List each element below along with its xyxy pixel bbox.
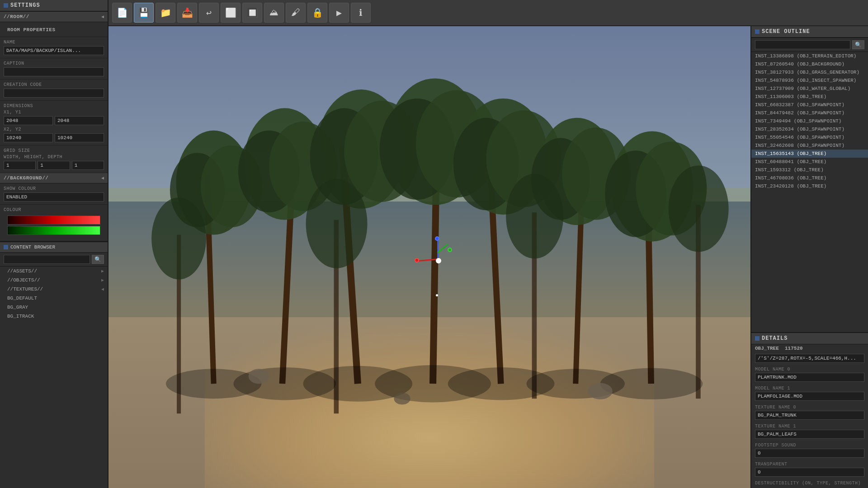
new-file-button[interactable]: 📄 — [112, 3, 132, 23]
content-browser-filter-input[interactable] — [4, 255, 90, 264]
toolbar: 📄 💾 📁 📥 ↩ ⬜ 🔲 ⛰ 🖌 🔒 ▶ ℹ — [108, 0, 868, 26]
details-panel: OBJ_TREE 117520 MODEL NAME 0 MODEL NAME … — [751, 344, 868, 488]
scene-item-tree-4[interactable]: INST_1593312 (OBJ_TREE) — [751, 166, 868, 174]
select-tool-button[interactable]: ⬜ — [221, 3, 241, 23]
cb-item-bg-default[interactable]: BG_DEFAULT — [0, 294, 108, 303]
cb-item-textures[interactable]: //TEXTURES// ◀ — [0, 285, 108, 294]
scene-filter-input[interactable] — [755, 40, 850, 49]
grid-size-group: GRID SIZE WIDTH, HEIGHT, DEPTH — [0, 145, 108, 173]
cb-item-assets[interactable]: //ASSETS// ▶ — [0, 267, 108, 276]
svg-point-31 — [306, 179, 368, 268]
content-browser-search-button[interactable]: 🔍 — [92, 255, 104, 264]
scene-item-grass[interactable]: INST_38127933 (OBJ_GRASS_GENERATOR) — [751, 68, 868, 76]
room-section[interactable]: //ROOM// ◀ — [0, 12, 108, 22]
play-button[interactable]: ▶ — [329, 3, 349, 23]
height-input[interactable] — [38, 161, 70, 170]
info-button[interactable]: ℹ — [351, 3, 371, 23]
texture-name-0-input[interactable] — [755, 411, 864, 420]
paint-button[interactable]: 🖌 — [286, 3, 306, 23]
background-section[interactable]: //BACKGROUND// ◀ — [0, 173, 108, 183]
scene-item-tree-5[interactable]: INST_46708036 (OBJ_TREE) — [751, 174, 868, 182]
dimensions-group: DIMENSIONS X1, Y1 X2, Y2 — [0, 101, 108, 145]
transparent-input[interactable] — [755, 468, 864, 477]
y2-input[interactable] — [55, 133, 104, 142]
texture-name-1-row: TEXTURE NAME 1 — [751, 422, 868, 441]
footstep-sound-input[interactable] — [755, 449, 864, 458]
settings-icon — [4, 3, 8, 8]
cb-item-bg-gray[interactable]: BG_GRAY — [0, 303, 108, 312]
layer-button[interactable]: 🔲 — [242, 3, 262, 23]
width-input[interactable] — [4, 161, 36, 170]
creation-code-label: CREATION CODE — [4, 82, 104, 87]
show-colour-group: SHOW COLOUR — [0, 183, 108, 205]
depth-input[interactable] — [72, 161, 104, 170]
cb-item-bg-itrack[interactable]: BG_ITRACK — [0, 312, 108, 321]
cb-item-objects[interactable]: //OBJECTS// ▶ — [0, 276, 108, 285]
open-folder-button[interactable]: 📁 — [156, 3, 175, 23]
colour-label: COLOUR — [4, 207, 104, 212]
creation-code-group: CREATION CODE — [0, 80, 108, 101]
scene-item-tree-6[interactable]: INST_23420128 (OBJ_TREE) — [751, 182, 868, 190]
model-name-0-input[interactable] — [755, 373, 864, 382]
footstep-sound-row: FOOTSTEP SOUND — [751, 441, 868, 460]
scene-list: INST_13386898 (OBJ_TERRAIN_EDITOR) INST_… — [751, 52, 868, 332]
details-creation-code-input[interactable] — [755, 354, 864, 363]
scene-outline-header: SCENE OUTLINE — [751, 26, 868, 38]
texture-name-1-label: TEXTURE NAME 1 — [755, 424, 864, 429]
texture-name-0-row: TEXTURE NAME 0 — [751, 404, 868, 422]
lock-button[interactable]: 🔒 — [307, 3, 327, 23]
grid-size-row — [4, 161, 104, 170]
creation-code-input[interactable] — [4, 89, 104, 98]
scene-item-tree-1[interactable]: INST_11306003 (OBJ_TREE) — [751, 93, 868, 101]
svg-point-44 — [394, 393, 410, 404]
model-name-0-row: MODEL NAME 0 — [751, 366, 868, 385]
scene-item-terrain[interactable]: INST_13386898 (OBJ_TERRAIN_EDITOR) — [751, 52, 868, 60]
grid-size-label: GRID SIZE — [4, 148, 104, 153]
scene-item-spawn-1[interactable]: INST_66832387 (OBJ_SPAWNPOINT) — [751, 101, 868, 109]
x1-input[interactable] — [4, 116, 53, 125]
selection-dot — [436, 294, 438, 296]
undo-button[interactable]: ↩ — [199, 3, 219, 23]
scene-search-button[interactable]: 🔍 — [852, 40, 864, 49]
scene-item-spawn-4[interactable]: INST_28352634 (OBJ_SPAWNPOINT) — [751, 125, 868, 133]
destructibility-label: DESTRUCTIBILITY (ON, TYPE, STRENGTH) — [755, 481, 864, 486]
red-color-bar[interactable] — [7, 216, 100, 225]
name-input[interactable] — [4, 46, 104, 55]
scene-item-spawn-6[interactable]: INST_32462608 (OBJ_SPAWNPOINT) — [751, 141, 868, 150]
transform-gizmo[interactable] — [417, 234, 462, 279]
room-properties-title: ROOM PROPERTIES — [4, 25, 104, 34]
texture-name-1-input[interactable] — [755, 430, 864, 439]
y1-input[interactable] — [55, 116, 104, 125]
svg-point-35 — [669, 165, 729, 252]
scene-item-spawn-5[interactable]: INST_55054546 (OBJ_SPAWNPOINT) — [751, 133, 868, 141]
viewport[interactable] — [108, 26, 750, 488]
model-name-1-row: MODEL NAME 1 — [751, 385, 868, 404]
scene-item-background[interactable]: INST_87260540 (OBJ_BACKGROUND) — [751, 60, 868, 68]
x1y1-label: X1, Y1 — [4, 110, 104, 115]
details-header: DETAILS — [751, 332, 868, 344]
caption-input[interactable] — [4, 67, 104, 76]
show-colour-input[interactable] — [4, 192, 104, 202]
transparent-row: TRANSPARENT — [751, 460, 868, 479]
settings-title: SETTINGS — [10, 2, 40, 9]
scene-item-tree-3[interactable]: INST_60488041 (OBJ_TREE) — [751, 158, 868, 166]
save-file-button[interactable]: 💾 — [134, 3, 154, 23]
color-bars — [4, 214, 104, 238]
model-name-1-label: MODEL NAME 1 — [755, 386, 864, 391]
scene-item-spawn-2[interactable]: INST_84479482 (OBJ_SPAWNPOINT) — [751, 109, 868, 117]
x2-input[interactable] — [4, 133, 53, 142]
scene-item-spawn-3[interactable]: INST_7349494 (OBJ_SPAWNPOINT) — [751, 117, 868, 125]
caption-label: CAPTION — [4, 61, 104, 66]
scene-item-insect[interactable]: INST_54878936 (OBJ_INSECT_SPAWNER) — [751, 76, 868, 84]
x2y2-label: X2, Y2 — [4, 127, 104, 132]
svg-point-42 — [600, 368, 703, 399]
colour-group: COLOUR — [0, 205, 108, 241]
content-browser-header[interactable]: CONTENT BROWSER — [0, 241, 108, 253]
model-name-1-input[interactable] — [755, 392, 864, 401]
scene-item-water[interactable]: INST_12737909 (OBJ_WATER_GLOBAL) — [751, 84, 868, 93]
green-color-bar[interactable] — [7, 226, 100, 235]
scene-item-tree-2[interactable]: INST_15635143 (OBJ_TREE) — [751, 150, 868, 158]
terrain-button[interactable]: ⛰ — [264, 3, 284, 23]
scene-filter-bar: 🔍 — [751, 38, 868, 52]
import-button[interactable]: 📥 — [177, 3, 197, 23]
